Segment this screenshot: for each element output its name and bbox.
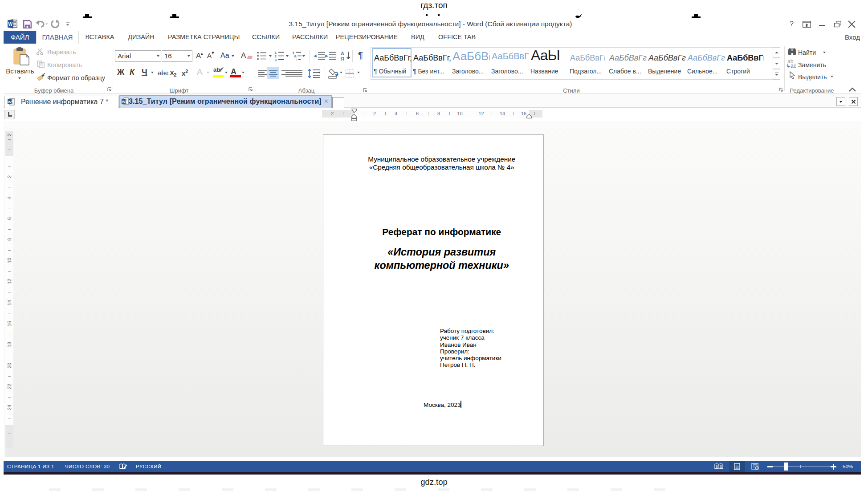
svg-text:А: А (341, 51, 344, 56)
svg-text:W: W (8, 100, 12, 104)
svg-text:i: i (297, 58, 297, 62)
svg-text:3: 3 (275, 58, 277, 62)
svg-text:W: W (122, 100, 126, 104)
svg-text:Я: Я (341, 56, 344, 61)
